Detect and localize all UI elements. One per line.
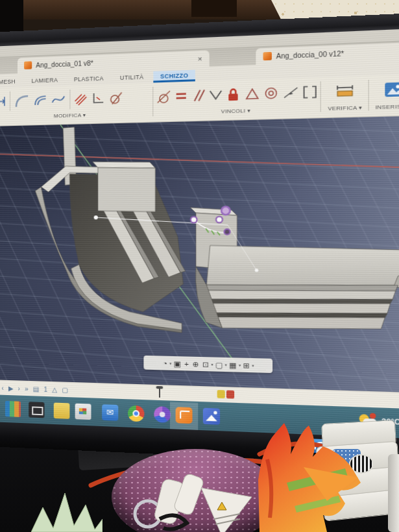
timeline-feature-icon: 1 (43, 385, 47, 393)
monitor: e) Ang_doccia_01 v8* × Ang_doccia_00 v12… (0, 10, 399, 469)
model-block-front (98, 167, 156, 212)
spline-control-point[interactable] (224, 229, 230, 234)
group-label-inserisci[interactable]: INSERISCI ▾ (371, 103, 399, 111)
timeline-step-forward-button[interactable]: › (18, 385, 20, 392)
grid-settings-button[interactable]: ▦ (228, 358, 238, 372)
tangent-constraint-icon[interactable] (156, 88, 171, 105)
equal-constraint-icon[interactable] (173, 88, 187, 104)
timeline-feature-icon: ▤ (33, 385, 40, 393)
dropdown-caret[interactable]: ▾ (225, 362, 227, 367)
extend-icon[interactable] (90, 90, 105, 106)
timeline-slider[interactable] (159, 387, 160, 398)
fusion-document-icon (24, 61, 32, 69)
wood-shelf (19, 0, 298, 19)
dragon-3d-print (254, 420, 371, 532)
wood-post (191, 0, 237, 17)
toolbar-divider (10, 91, 10, 111)
group-label-verifica[interactable]: VERIFICA ▾ (323, 104, 367, 112)
doc-tab-label: Ang_doccia_01 v8* (36, 59, 93, 69)
break-icon[interactable] (108, 90, 124, 106)
dropdown-caret[interactable]: ▾ (239, 363, 241, 367)
collinear-constraint-icon[interactable] (282, 84, 300, 101)
group-divider (369, 80, 369, 111)
timeline-marker-sketch[interactable] (217, 390, 225, 398)
photo-scene: e) Ang_doccia_01 v8* × Ang_doccia_00 v12… (0, 0, 399, 532)
group-verifica: VERIFICA ▾ (323, 77, 367, 116)
keychain-prints (125, 468, 267, 532)
viewports-button[interactable]: ⊞ (241, 358, 251, 372)
pan-button[interactable]: + (183, 357, 190, 370)
fusion360-window: e) Ang_doccia_01 v8* × Ang_doccia_00 v12… (0, 25, 399, 442)
measure-icon[interactable] (334, 82, 355, 101)
offset-icon[interactable] (32, 92, 48, 108)
group-modifica: MODIFICA ▾ (0, 84, 151, 125)
group-inserisci: INSERISCI ▾ (371, 75, 399, 115)
fit-button[interactable]: ⊡ (201, 357, 210, 371)
tab-mesh[interactable]: MESH (0, 76, 22, 88)
tab-schizzo[interactable]: SCHIZZO (153, 70, 195, 83)
model-slab-top (206, 245, 399, 287)
parallel-constraint-icon[interactable] (189, 87, 204, 104)
close-tab-icon[interactable]: × (198, 54, 202, 63)
sketch-point[interactable] (94, 215, 98, 219)
group-vincoli: VINCOLI ▾ (156, 79, 319, 120)
perpendicular-constraint-icon[interactable] (207, 86, 223, 103)
concentric-constraint-icon[interactable] (263, 85, 280, 102)
viewport-canvas[interactable]: ◔▾ ▣ + ⊕ ⊡▾ ▢▾ ▦▾ ⊞▾ (0, 114, 399, 395)
group-divider (152, 87, 153, 117)
tab-lamiera[interactable]: LAMIERA (25, 75, 64, 87)
timeline-play-button[interactable]: ▶ (8, 384, 14, 391)
tab-utilita[interactable]: UTILITÀ (114, 71, 151, 84)
midpoint-constraint-icon[interactable] (302, 84, 319, 101)
insert-image-icon[interactable] (383, 80, 399, 99)
lock-constraint-icon[interactable] (224, 86, 241, 103)
sketch-point[interactable] (255, 269, 259, 272)
group-divider (320, 81, 321, 112)
dimension-icon[interactable] (0, 93, 6, 110)
dropdown-caret[interactable]: ▾ (169, 361, 171, 365)
timeline-feature-icon: ▢ (62, 386, 68, 393)
symmetry-triangle-icon[interactable] (243, 86, 260, 103)
spline-control-point[interactable] (191, 217, 197, 223)
fusion-document-icon (263, 52, 272, 60)
dropdown-caret[interactable]: ▾ (252, 363, 254, 367)
spline-control-point[interactable] (216, 217, 223, 223)
white-print-edge (388, 454, 399, 532)
zoom-button[interactable]: ⊕ (191, 357, 200, 370)
timeline-step-back-button[interactable]: ‹ (1, 384, 3, 391)
spline-control-point-active[interactable] (221, 206, 230, 215)
spline-icon[interactable] (51, 91, 67, 108)
toolbar-divider (69, 90, 70, 110)
doc-tab-label: Ang_doccia_00 v12* (276, 49, 344, 60)
display-settings-button[interactable]: ▢ (214, 357, 224, 371)
fillet-icon[interactable] (14, 93, 30, 109)
timeline-go-end-button[interactable]: » (25, 385, 29, 392)
timeline-marker-feature[interactable] (226, 390, 234, 398)
viewport-graphics (0, 114, 399, 395)
look-at-button[interactable]: ▣ (172, 356, 182, 370)
orbit-button[interactable]: ◔ (162, 356, 169, 370)
dropdown-caret[interactable]: ▾ (211, 362, 213, 367)
timeline-feature-icon: △ (52, 386, 57, 393)
sketch-scale-icon[interactable] (74, 91, 89, 107)
mint-spiky-print (31, 488, 103, 532)
tab-plastica[interactable]: PLASTICA (67, 73, 111, 86)
